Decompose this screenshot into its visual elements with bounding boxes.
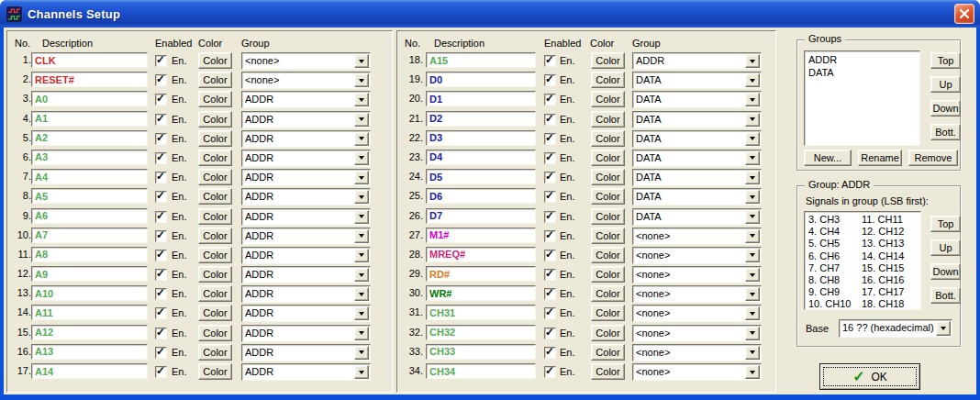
group-dropdown[interactable]: ADDR xyxy=(241,266,371,283)
description-input[interactable] xyxy=(426,247,536,262)
description-input[interactable] xyxy=(426,72,536,87)
description-input[interactable] xyxy=(426,363,536,379)
enabled-checkbox[interactable]: ✓ xyxy=(544,74,556,86)
description-input[interactable] xyxy=(426,266,536,282)
color-button[interactable]: Color xyxy=(198,344,232,361)
group-dropdown[interactable]: <none> xyxy=(632,285,762,303)
color-button[interactable]: Color xyxy=(198,285,232,302)
description-input[interactable] xyxy=(31,72,148,87)
color-button[interactable]: Color xyxy=(198,52,232,69)
enabled-checkbox[interactable]: ✓ xyxy=(155,366,167,378)
chevron-down-icon[interactable] xyxy=(745,73,760,87)
signal-list-item[interactable]: 5. CH5 xyxy=(808,238,851,250)
ok-button[interactable]: ✓ OK xyxy=(819,363,920,390)
signal-list-item[interactable]: 8. CH8 xyxy=(808,274,851,286)
enabled-checkbox[interactable]: ✓ xyxy=(155,328,167,339)
color-button[interactable]: Color xyxy=(591,208,625,225)
enabled-checkbox[interactable]: ✓ xyxy=(544,288,556,300)
color-button[interactable]: Color xyxy=(591,91,625,107)
enabled-checkbox[interactable]: ✓ xyxy=(544,191,556,203)
description-input[interactable] xyxy=(426,169,536,184)
chevron-down-icon[interactable] xyxy=(354,306,369,320)
group-dropdown[interactable]: ADDR xyxy=(241,91,371,108)
signals-bott-button[interactable]: Bott. xyxy=(930,287,961,304)
description-input[interactable] xyxy=(426,305,536,320)
enabled-checkbox[interactable]: ✓ xyxy=(544,250,556,261)
enabled-checkbox[interactable]: ✓ xyxy=(155,114,167,126)
color-button[interactable]: Color xyxy=(591,169,625,185)
enabled-checkbox[interactable]: ✓ xyxy=(544,230,556,242)
chevron-down-icon[interactable] xyxy=(354,73,369,87)
chevron-down-icon[interactable] xyxy=(745,249,760,262)
group-list-item[interactable]: DATA xyxy=(808,66,916,79)
description-input[interactable] xyxy=(426,228,536,243)
groups-down-button[interactable]: Down xyxy=(930,100,961,117)
group-dropdown[interactable]: ADDR xyxy=(241,150,371,167)
color-button[interactable]: Color xyxy=(591,228,625,244)
close-button[interactable] xyxy=(954,4,974,24)
chevron-down-icon[interactable] xyxy=(354,268,369,282)
color-button[interactable]: Color xyxy=(198,169,232,185)
chevron-down-icon[interactable] xyxy=(745,365,760,379)
enabled-checkbox[interactable]: ✓ xyxy=(544,55,556,67)
groups-remove-button[interactable]: Remove xyxy=(908,150,958,166)
description-input[interactable] xyxy=(31,325,148,340)
description-input[interactable] xyxy=(426,325,536,340)
group-dropdown[interactable]: <none> xyxy=(241,72,371,89)
chevron-down-icon[interactable] xyxy=(354,113,369,127)
color-button[interactable]: Color xyxy=(591,305,625,321)
description-input[interactable] xyxy=(31,188,148,204)
description-input[interactable] xyxy=(31,169,148,184)
chevron-down-icon[interactable] xyxy=(745,306,760,320)
signal-list-item[interactable]: 16. CH16 xyxy=(862,274,904,286)
chevron-down-icon[interactable] xyxy=(745,151,760,165)
color-button[interactable]: Color xyxy=(198,363,232,380)
color-button[interactable]: Color xyxy=(591,325,625,341)
signal-list-item[interactable]: 13. CH13 xyxy=(862,238,904,250)
description-input[interactable] xyxy=(31,363,148,379)
chevron-down-icon[interactable] xyxy=(936,321,951,336)
chevron-down-icon[interactable] xyxy=(354,190,369,204)
enabled-checkbox[interactable]: ✓ xyxy=(544,94,556,106)
enabled-checkbox[interactable]: ✓ xyxy=(155,211,167,223)
color-button[interactable]: Color xyxy=(591,363,625,380)
chevron-down-icon[interactable] xyxy=(354,327,369,340)
chevron-down-icon[interactable] xyxy=(354,171,369,184)
enabled-checkbox[interactable]: ✓ xyxy=(155,55,167,67)
chevron-down-icon[interactable] xyxy=(745,268,760,282)
color-button[interactable]: Color xyxy=(198,91,232,107)
chevron-down-icon[interactable] xyxy=(745,132,760,146)
chevron-down-icon[interactable] xyxy=(745,287,760,301)
enabled-checkbox[interactable]: ✓ xyxy=(155,133,167,145)
enabled-checkbox[interactable]: ✓ xyxy=(155,191,167,203)
group-dropdown[interactable]: ADDR xyxy=(241,208,371,226)
chevron-down-icon[interactable] xyxy=(745,190,760,204)
chevron-down-icon[interactable] xyxy=(745,229,760,243)
group-dropdown[interactable]: DATA xyxy=(632,208,762,226)
enabled-checkbox[interactable]: ✓ xyxy=(155,250,167,261)
signal-list-item[interactable]: 18. CH18 xyxy=(862,298,904,310)
description-input[interactable] xyxy=(426,91,536,106)
description-input[interactable] xyxy=(31,228,148,243)
color-button[interactable]: Color xyxy=(198,150,232,166)
enabled-checkbox[interactable]: ✓ xyxy=(155,288,167,300)
chevron-down-icon[interactable] xyxy=(354,346,369,360)
signal-list-item[interactable]: 3. CH3 xyxy=(808,214,851,226)
group-dropdown[interactable]: DATA xyxy=(632,91,762,108)
enabled-checkbox[interactable]: ✓ xyxy=(544,152,556,164)
signals-top-button[interactable]: Top xyxy=(930,216,961,232)
description-input[interactable] xyxy=(426,285,536,301)
color-button[interactable]: Color xyxy=(198,325,232,341)
group-dropdown[interactable]: <none> xyxy=(632,325,762,342)
chevron-down-icon[interactable] xyxy=(745,171,760,184)
group-dropdown[interactable]: ADDR xyxy=(241,325,371,342)
description-input[interactable] xyxy=(426,344,536,360)
description-input[interactable] xyxy=(31,52,148,68)
description-input[interactable] xyxy=(426,188,536,204)
groups-list[interactable]: ADDRDATA xyxy=(804,50,920,146)
chevron-down-icon[interactable] xyxy=(354,229,369,243)
group-dropdown[interactable]: ADDR xyxy=(241,111,371,128)
enabled-checkbox[interactable]: ✓ xyxy=(544,307,556,319)
base-dropdown[interactable]: 16 ?? (hexadecimal) xyxy=(839,319,952,338)
signal-list-item[interactable]: 14. CH14 xyxy=(862,250,904,262)
